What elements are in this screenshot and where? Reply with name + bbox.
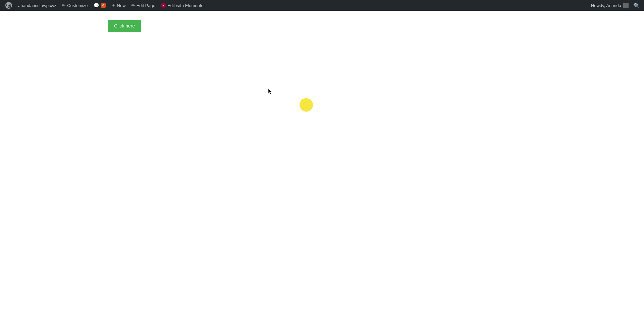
site-name-link[interactable]: ananda.instawp.xyz [15, 0, 59, 11]
customize-link[interactable]: ✏ Customize [59, 0, 90, 11]
comments-icon: 💬 [93, 3, 99, 8]
mouse-cursor [268, 89, 272, 95]
search-button[interactable]: 🔍 [631, 0, 642, 11]
comment-count: 0 [101, 3, 106, 8]
howdy-text: Howdy, Ananda [591, 3, 621, 8]
site-name-text: ananda.instawp.xyz [18, 3, 56, 8]
edit-page-link[interactable]: ✏ Edit Page [128, 0, 158, 11]
admin-bar: ananda.instawp.xyz ✏ Customize 💬 0 ＋ New… [0, 0, 644, 11]
howdy-link[interactable]: Howdy, Ananda [588, 3, 631, 8]
new-link[interactable]: ＋ New [108, 0, 128, 11]
search-icon: 🔍 [633, 2, 640, 9]
click-here-button[interactable]: Click here [108, 20, 141, 32]
user-avatar [623, 3, 629, 8]
customize-icon: ✏ [62, 3, 66, 8]
wp-logo-icon [5, 2, 12, 9]
edit-page-label: Edit Page [137, 3, 155, 8]
edit-page-icon: ✏ [131, 3, 135, 8]
new-icon: ＋ [111, 2, 116, 8]
adminbar-right: Howdy, Ananda 🔍 [588, 0, 642, 11]
page-content: Click here [0, 11, 644, 318]
new-label: New [117, 3, 126, 8]
customize-label: Customize [67, 3, 88, 8]
wp-logo-link[interactable] [2, 0, 15, 11]
elementor-icon: e [161, 3, 166, 8]
edit-with-elementor-label: Edit with Elementor [167, 3, 205, 8]
comments-link[interactable]: 💬 0 [91, 0, 108, 11]
edit-with-elementor-link[interactable]: e Edit with Elementor [158, 0, 208, 11]
yellow-circle-decoration [300, 98, 313, 112]
